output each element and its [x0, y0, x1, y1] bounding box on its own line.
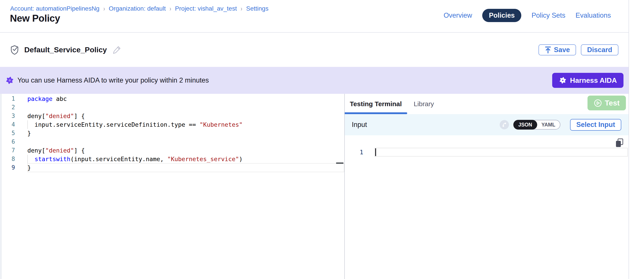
policy-shield-icon: [10, 45, 19, 55]
format-option-yaml[interactable]: YAML: [537, 120, 560, 130]
text-cursor: [375, 148, 376, 156]
code-line-3: 3deny["denied"] {: [0, 112, 344, 120]
aida-banner-text: You can use Harness AIDA to write your p…: [18, 76, 209, 84]
code-text: deny["denied"] {: [27, 112, 85, 120]
line-number: 1: [0, 94, 27, 103]
breadcrumb-link-settings[interactable]: Settings: [246, 5, 268, 12]
indent-guide: [27, 120, 28, 129]
breadcrumb-separator: ›: [241, 5, 242, 12]
aida-flower-icon: [5, 76, 14, 85]
input-editor-line: 1: [345, 148, 628, 157]
test-label: Test: [605, 99, 620, 107]
aida-banner: You can use Harness AIDA to write your p…: [0, 67, 628, 94]
input-bar-controls: JSONYAML Select Input: [500, 119, 621, 131]
indent-guide: [27, 155, 28, 163]
nav-tab-policies[interactable]: Policies: [482, 9, 521, 22]
input-current-line-highlight: [374, 148, 628, 157]
edit-policy-name-button[interactable]: [112, 45, 122, 54]
code-text: deny["denied"] {: [27, 146, 85, 155]
code-text: package abc: [27, 94, 67, 103]
page-content: Account: automationPipelinesNg›Organizat…: [0, 0, 628, 279]
copy-icon[interactable]: [615, 138, 624, 149]
panel-tabs: Testing TerminalLibrary Test: [345, 94, 628, 114]
page-header: Account: automationPipelinesNg›Organizat…: [0, 0, 628, 33]
code-text: }: [27, 129, 31, 138]
page-title: New Policy: [10, 13, 60, 24]
code-line-4: 4 input.serviceEntity.serviceDefinition.…: [0, 120, 344, 129]
line-number: 5: [0, 129, 27, 138]
policy-name: Default_Service_Policy: [24, 46, 107, 54]
testing-panel: Testing TerminalLibrary Test Input: [345, 94, 628, 279]
test-button[interactable]: Test: [588, 96, 626, 110]
git-branch-icon[interactable]: [500, 120, 509, 129]
breadcrumb-separator: ›: [170, 5, 171, 12]
nav-tab-overview[interactable]: Overview: [444, 12, 472, 20]
code-lines: 1package abc23deny["denied"] {4 input.se…: [0, 94, 344, 172]
line-number: 2: [0, 103, 27, 112]
breadcrumb-link-project[interactable]: Project: vishal_av_test: [175, 5, 237, 12]
line-number: 4: [0, 120, 27, 129]
select-input-button[interactable]: Select Input: [570, 119, 621, 131]
code-line-5: 5}: [0, 129, 344, 138]
tab-library[interactable]: Library: [414, 100, 434, 108]
active-tab-underline: [345, 112, 407, 114]
breadcrumb-link-organization[interactable]: Organization: default: [109, 5, 166, 12]
save-label: Save: [554, 46, 570, 54]
code-line-7: 7deny["denied"] {: [0, 146, 344, 155]
module-nav: OverviewPoliciesPolicy SetsEvaluations: [444, 9, 611, 22]
code-text: input.serviceEntity.serviceDefinition.ty…: [27, 120, 242, 129]
discard-button[interactable]: Discard: [581, 44, 618, 56]
save-button[interactable]: Save: [538, 44, 576, 56]
play-circle-icon: [594, 99, 602, 107]
toolbar-actions: Save Discard: [538, 44, 618, 56]
input-line-number: 1: [345, 148, 363, 157]
line-number: 3: [0, 112, 27, 120]
input-label: Input: [352, 121, 367, 129]
policy-toolbar: Default_Service_Policy Save Discard: [0, 33, 628, 67]
code-line-6: 6: [0, 138, 344, 146]
harness-aida-label: Harness AIDA: [570, 76, 617, 84]
test-input-editor[interactable]: 1: [345, 135, 628, 279]
code-text: }: [27, 163, 31, 172]
line-number: 9: [0, 163, 27, 172]
input-header-bar: Input JSONYAML Select Input: [345, 114, 628, 135]
format-toggle: JSONYAML: [513, 120, 560, 130]
current-line-highlight: [27, 163, 344, 172]
breadcrumb: Account: automationPipelinesNg›Organizat…: [10, 5, 268, 12]
code-line-1: 1package abc: [0, 94, 344, 103]
code-line-8: 8 startswith(input.serviceEntity.name, "…: [0, 155, 344, 163]
line-number: 8: [0, 155, 27, 163]
line-number: 6: [0, 138, 27, 146]
policy-code-editor[interactable]: 1package abc23deny["denied"] {4 input.se…: [0, 94, 345, 279]
overview-ruler-cursor-marker: [336, 162, 344, 164]
line-number: 7: [0, 146, 27, 155]
app-window: Account: automationPipelinesNg›Organizat…: [0, 0, 644, 279]
main-split: 1package abc23deny["denied"] {4 input.se…: [0, 94, 628, 279]
tab-testing-terminal[interactable]: Testing Terminal: [350, 100, 402, 108]
code-line-2: 2: [0, 103, 344, 112]
code-line-9: 9}: [0, 163, 344, 172]
breadcrumb-link-account[interactable]: Account: automationPipelinesNg: [10, 5, 100, 12]
code-text: startswith(input.serviceEntity.name, "Ku…: [27, 155, 242, 163]
page-right-gutter: [628, 0, 644, 279]
harness-aida-button[interactable]: Harness AIDA: [552, 73, 624, 88]
select-input-label: Select Input: [576, 121, 615, 129]
discard-label: Discard: [587, 46, 612, 54]
breadcrumb-separator: ›: [103, 5, 105, 12]
aida-flower-icon-white: [559, 76, 567, 84]
format-option-json[interactable]: JSON: [513, 120, 538, 130]
nav-tab-policy-sets[interactable]: Policy Sets: [532, 12, 565, 20]
pencil-icon: [112, 45, 122, 54]
nav-tab-evaluations[interactable]: Evaluations: [576, 12, 611, 20]
upload-icon: [545, 46, 551, 54]
